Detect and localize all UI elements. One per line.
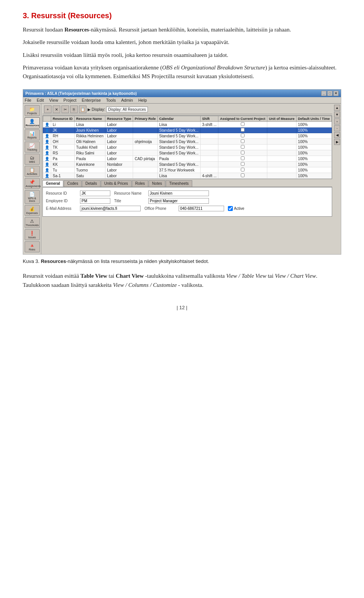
col-uom[interactable]: Unit of Measure: [267, 116, 297, 122]
resource-name-label: Resource Name: [114, 191, 144, 195]
tab-units-prices[interactable]: Units & Prices: [101, 180, 132, 187]
p4-before: Primaverassa voidaan kuvata yrityksen or…: [23, 65, 162, 71]
toolbar: + ✕ ✂ ⎘ 📋 ▶ Display: Display: All Resour…: [42, 105, 332, 114]
table-row[interactable]: 👤 TK Tuulkki Khell Labor Standard 5 Day …: [43, 145, 332, 150]
table-row[interactable]: 👤 JK Jouni Kivinen Labor Standard 5 Day …: [43, 127, 332, 133]
col-resource-id[interactable]: Resource ID: [51, 116, 75, 122]
sidebar-item-reports[interactable]: 📊Reports: [25, 129, 40, 140]
tab-details[interactable]: Details: [82, 180, 100, 187]
email-input[interactable]: [80, 206, 141, 211]
toolbar-cut-button[interactable]: ✂: [61, 105, 69, 113]
table-row[interactable]: 👤 RH Riikka Helminen Labor Standard 5 Da…: [43, 133, 332, 139]
cell-shift: [200, 167, 218, 173]
menu-file[interactable]: File: [25, 98, 31, 102]
cell-resource-id: TK: [51, 145, 75, 150]
active-checkbox[interactable]: [228, 206, 233, 211]
cell-shift: 3-shift ...: [200, 122, 218, 127]
sidebar-item-assignments[interactable]: 📌Assignments: [25, 178, 40, 189]
cell-default: 100%: [296, 167, 331, 173]
cell-shift: [200, 139, 218, 145]
cell-calendar: Standard 5 Day Work...: [157, 162, 200, 167]
display-dropdown[interactable]: Display: All Resources: [106, 107, 147, 112]
paragraph-1: Resurssit luodaan Resources-näkymässä. R…: [23, 25, 341, 34]
sidebar-item-thresholds[interactable]: ⚠Thresholds: [25, 217, 40, 228]
col-shift[interactable]: Shift: [200, 116, 218, 122]
scroll-up-button[interactable]: ▲: [334, 105, 340, 111]
minimize-button[interactable]: _: [321, 91, 326, 96]
sidebar-item-wps[interactable]: 📄WPs & Docs: [25, 190, 40, 204]
table-row[interactable]: 👤 OH Olli Halinen Labor ohjelmoija Stand…: [43, 139, 332, 145]
col-primary-role[interactable]: Primary Role: [133, 116, 158, 122]
tab-codes[interactable]: Codes: [64, 180, 82, 187]
resource-id-input[interactable]: [80, 190, 110, 196]
cell-assigned: [218, 133, 267, 139]
menu-tools[interactable]: Tools: [106, 98, 116, 102]
window-titlebar: Primavera : ASLA (Tietojarjestelman hank…: [23, 90, 341, 97]
menu-enterprise[interactable]: Enterprise: [82, 98, 101, 102]
menu-edit[interactable]: Edit: [37, 98, 44, 102]
sidebar-item-resources[interactable]: 👤Resources: [25, 117, 40, 128]
cell-uom: [267, 122, 297, 127]
scroll-right-button[interactable]: ▶: [334, 139, 340, 145]
cell-uom: [267, 167, 297, 173]
col-assigned[interactable]: Assigned to Current Project: [218, 116, 267, 122]
tab-timesheets[interactable]: Timesheets: [166, 180, 192, 187]
sidebar-item-wbs[interactable]: 🗂WBS: [25, 154, 40, 165]
menu-project[interactable]: Project: [63, 98, 76, 102]
cell-uom: [267, 133, 297, 139]
phone-input[interactable]: [179, 206, 224, 211]
cell-resource-name: Liisa: [74, 122, 105, 127]
cell-resource-id: Tu: [51, 167, 75, 173]
tab-general[interactable]: General: [42, 180, 63, 187]
cell-default: 100%: [296, 127, 331, 133]
cell-assigned: [218, 167, 267, 173]
menu-view[interactable]: View: [49, 98, 58, 102]
paragraph-4: Primaverassa voidaan kuvata yrityksen or…: [23, 63, 341, 81]
sidebar-item-risks[interactable]: 🔺Risks: [25, 241, 40, 252]
p1-text: Resurssit luodaan: [23, 27, 64, 33]
cell-resource-name: Tuomo: [74, 167, 105, 173]
tab-roles[interactable]: Roles: [132, 180, 149, 187]
col-resource-name[interactable]: Resource Name: [74, 116, 105, 122]
toolbar-delete-button[interactable]: ✕: [53, 105, 60, 113]
issues-icon: ❗: [26, 231, 39, 236]
detail-tabs: General Codes Details Units & Prices Rol…: [42, 180, 332, 187]
sidebar-item-projects[interactable]: 📁Projects: [25, 105, 40, 116]
table-row[interactable]: 👤 Li Liisa Labor Liisa 3-shift ... 100%: [43, 122, 332, 127]
scroll-left-button[interactable]: ◀: [334, 132, 340, 138]
sidebar-item-issues[interactable]: ❗Issues: [25, 229, 40, 240]
sidebar-item-tracking[interactable]: 📈Tracking: [25, 142, 40, 153]
toolbar-copy-button[interactable]: ⎘: [70, 105, 78, 113]
sidebar-item-expenses[interactable]: 💰Expenses: [25, 205, 40, 216]
active-checkbox-container: Active: [228, 206, 244, 211]
tab-notes[interactable]: Notes: [149, 180, 165, 187]
collapse-button[interactable]: -: [334, 125, 340, 131]
menu-admin[interactable]: Admin: [121, 98, 133, 102]
toolbar-add-button[interactable]: +: [44, 105, 52, 113]
menu-help[interactable]: Help: [138, 98, 147, 102]
table-row[interactable]: 👤 KK Kaivinkone Nonlabor Standard 5 Day …: [43, 162, 332, 167]
toolbar-paste-button[interactable]: 📋: [79, 105, 86, 113]
phone-label: Office Phone: [144, 206, 175, 211]
table-row[interactable]: 👤 Pa Paula Labor CAD piirtaja Paula 100%: [43, 156, 332, 162]
table-row[interactable]: 👤 RS Riku Salmi Labor Standard 5 Day Wor…: [43, 150, 332, 156]
cell-assigned: [218, 145, 267, 150]
sidebar-item-activities[interactable]: 📋Activities: [25, 166, 40, 177]
expand-button[interactable]: +: [334, 118, 340, 124]
cell-assigned: [218, 122, 267, 127]
figure-box: Primavera : ASLA (Tietojarjestelman hank…: [23, 89, 341, 255]
resource-name-input[interactable]: [148, 190, 209, 196]
employee-id-input[interactable]: [80, 198, 110, 204]
table-row[interactable]: 👤 Sa-1 Satu Labor Liisa 4-shift ... 100%: [43, 173, 332, 179]
cell-assigned: [218, 150, 267, 156]
scroll-down-button[interactable]: ▼: [334, 112, 340, 118]
col-calendar[interactable]: Calendar: [157, 116, 200, 122]
pb-mid2: tai: [266, 273, 275, 279]
maximize-button[interactable]: □: [327, 91, 333, 96]
col-resource-type[interactable]: Resource Type: [105, 116, 133, 122]
window-controls[interactable]: _ □ ✕: [321, 91, 339, 96]
close-button[interactable]: ✕: [333, 91, 339, 96]
table-row[interactable]: 👤 Tu Tuomo Labor 37.5 Hour Workweek 100%: [43, 167, 332, 173]
title-input[interactable]: [148, 198, 209, 204]
col-default[interactable]: Default Units / Time: [296, 116, 331, 122]
